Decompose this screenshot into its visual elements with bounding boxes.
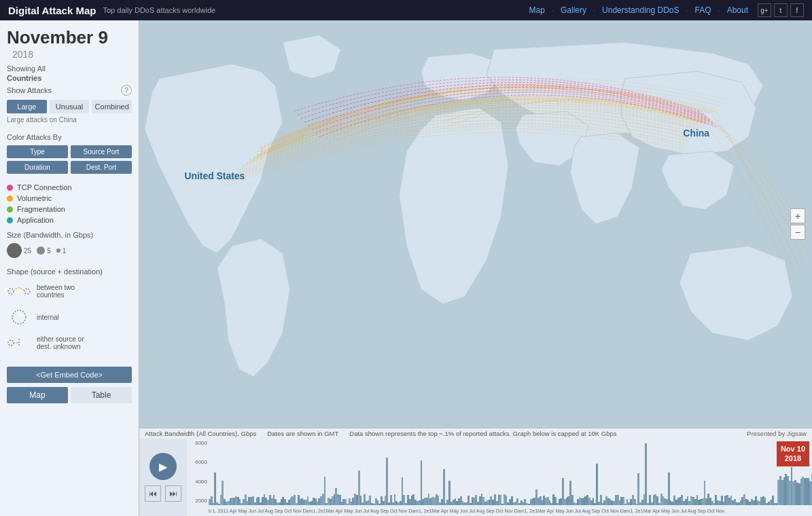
shape-unknown: either source ordest. unknown	[7, 333, 132, 353]
nav-about[interactable]: About	[723, 5, 752, 15]
world-map-svg: United States China	[139, 20, 812, 428]
chart-dates-label: Dates are shown in GMT	[267, 430, 338, 437]
svg-point-3	[8, 340, 14, 346]
attack-combined-button[interactable]: Combined	[92, 100, 132, 113]
countries-label: Countries	[7, 74, 132, 82]
chart-bar	[596, 464, 598, 505]
map-tab[interactable]: Map	[7, 387, 68, 403]
color-dest-port-button[interactable]: Dest. Port	[71, 161, 132, 174]
chart-bars-container	[209, 439, 812, 505]
shape-internal-label: internal	[37, 314, 59, 321]
chart-main: ▶ ⏮ ⏭ 8000 6000 4000 2000 b 1, 2011 Apr …	[139, 439, 812, 516]
highlight-line2: 2018	[781, 454, 805, 463]
nav-gallery[interactable]: Gallery	[557, 5, 590, 15]
svg-text:United States: United States	[184, 170, 245, 181]
tcp-dot	[7, 185, 13, 191]
color-source-port-button[interactable]: Source Port	[71, 145, 132, 158]
zoom-controls: + −	[790, 208, 805, 240]
attack-desc: Large attacks on China	[7, 116, 132, 124]
date-month-day: November 9	[7, 27, 108, 48]
date-year: 2018	[12, 49, 33, 60]
date-highlight: Nov 10 2018	[777, 441, 809, 466]
attack-unusual-button[interactable]: Unusual	[50, 100, 90, 113]
chart-info-bar: Attack Bandwidth (All Countries), Gbps D…	[139, 428, 812, 439]
legend-tcp: TCP Connection	[7, 183, 132, 191]
chart-area: Attack Bandwidth (All Countries), Gbps D…	[139, 428, 812, 516]
shape-unknown-label: either source ordest. unknown	[37, 335, 84, 350]
zoom-out-button[interactable]: −	[790, 225, 805, 240]
size-label-5: 5	[47, 247, 51, 255]
color-type-button[interactable]: Type	[7, 145, 68, 158]
size-dot-5	[37, 246, 45, 255]
unknown-icon	[7, 333, 31, 353]
chart-y-labels: 8000 6000 4000 2000	[187, 439, 209, 505]
nav-row: ⏮ ⏭	[145, 485, 181, 502]
nav-understanding-ddos[interactable]: Understanding DDoS	[598, 5, 683, 15]
chart-bar	[443, 469, 445, 505]
attack-type-buttons: Large Unusual Combined	[7, 100, 132, 113]
sidebar: November 9 2018 Showing All Countries Sh…	[0, 20, 139, 516]
nav-links: Map · Gallery · Understanding DDoS · FAQ…	[525, 5, 752, 15]
shape-between-countries: between twocountries	[7, 281, 132, 301]
brand-subtitle: Top daily DDoS attacks worldwide	[103, 6, 215, 14]
prev-button[interactable]: ⏮	[145, 485, 161, 502]
chart-bar	[324, 477, 326, 505]
attack-large-button[interactable]: Large	[7, 100, 47, 113]
show-attacks-label: Show Attacks	[7, 86, 121, 94]
color-duration-button[interactable]: Duration	[7, 161, 68, 174]
social-icons: g+ t f	[758, 3, 804, 17]
svg-point-1	[24, 289, 30, 294]
svg-point-2	[12, 310, 26, 324]
chart-bar	[386, 458, 388, 505]
color-buttons: Type Source Port Duration Dest. Port	[7, 145, 132, 174]
date-display: November 9 2018	[7, 27, 132, 60]
size-label-25: 25	[24, 247, 31, 255]
chart-x-labels: b 1, 2011 Apr May Jun Jul Aug Sep Oct No…	[209, 505, 812, 516]
nav-faq[interactable]: FAQ	[691, 5, 716, 15]
size-label-1: 1	[63, 247, 67, 255]
y-label-6000: 6000	[188, 459, 207, 465]
nav-map[interactable]: Map	[525, 5, 549, 15]
header: Digital Attack Map Top daily DDoS attack…	[0, 0, 812, 20]
application-dot	[7, 217, 13, 223]
size-dot-1	[56, 248, 60, 253]
chart-graph: 8000 6000 4000 2000 b 1, 2011 Apr May Ju…	[187, 439, 812, 516]
fragmentation-dot	[7, 206, 13, 213]
between-countries-icon	[7, 281, 31, 301]
chart-bar	[421, 460, 423, 505]
y-label-8000: 8000	[188, 440, 207, 446]
tcp-label: TCP Connection	[17, 183, 72, 191]
brand-title: Digital Attack Map	[8, 5, 96, 16]
play-button[interactable]: ▶	[149, 453, 177, 480]
size-dot-25	[7, 243, 22, 258]
show-attacks-row: Show Attacks ?	[7, 85, 132, 96]
map-area: United States China + −	[139, 20, 812, 428]
internal-icon	[7, 307, 31, 327]
table-tab[interactable]: Table	[71, 387, 132, 403]
size-title: Size (Bandwidth, in Gbps)	[7, 231, 132, 239]
chart-bar	[214, 473, 216, 505]
legend-application: Application	[7, 216, 132, 224]
chart-presented: Presented by Jigsaw	[747, 430, 807, 437]
size-dots: 25 5 1	[7, 243, 132, 258]
zoom-in-button[interactable]: +	[790, 208, 805, 223]
size-section: Size (Bandwidth, in Gbps) 25 5 1	[7, 231, 132, 258]
chart-bandwidth-label: Attack Bandwidth (All Countries), Gbps	[145, 430, 256, 437]
next-button[interactable]: ⏭	[165, 485, 181, 502]
legend-volumetric: Volumetric	[7, 194, 132, 202]
fragmentation-label: Fragmentation	[17, 205, 65, 213]
svg-point-0	[8, 289, 14, 294]
svg-text:China: China	[683, 128, 709, 139]
legend-fragmentation: Fragmentation	[7, 205, 132, 213]
highlight-line1: Nov 10	[781, 444, 805, 454]
shape-section: Shape (source + destination) between two…	[7, 268, 132, 353]
chart-bar	[637, 473, 639, 505]
google-plus-icon[interactable]: g+	[758, 3, 771, 17]
embed-code-button[interactable]: <Get Embed Code>	[7, 367, 132, 383]
help-icon[interactable]: ?	[121, 85, 132, 96]
chart-controls: ▶ ⏮ ⏭	[139, 439, 187, 516]
volumetric-label: Volumetric	[17, 194, 52, 202]
facebook-icon[interactable]: f	[790, 3, 804, 17]
shape-title: Shape (source + destination)	[7, 268, 132, 276]
twitter-icon[interactable]: t	[774, 3, 788, 17]
